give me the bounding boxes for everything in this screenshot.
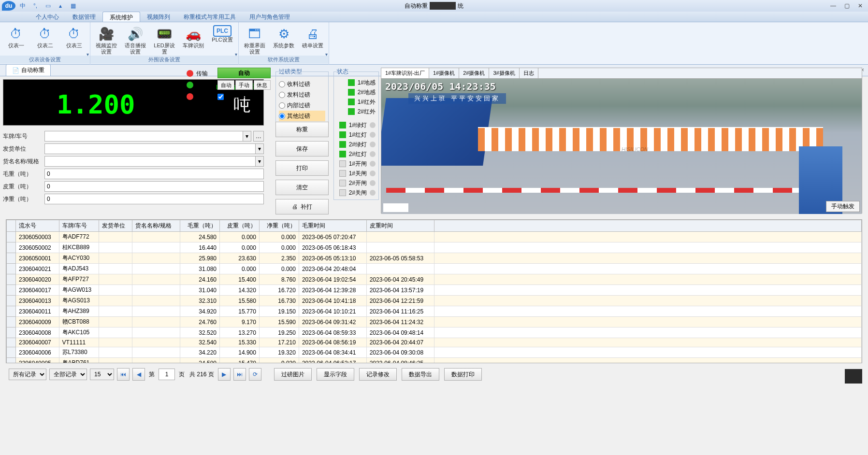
print-button[interactable]: 打印 <box>275 160 329 176</box>
camera-tab-1[interactable]: 1#摄像机 <box>429 68 459 78</box>
refresh-button[interactable]: ⟳ <box>249 368 261 381</box>
prev-page-button[interactable]: ◀ <box>132 368 145 381</box>
col-header-1[interactable]: 车牌/车号 <box>59 220 99 232</box>
toolbar-icon-2[interactable]: °, <box>30 1 41 11</box>
col-header-8[interactable]: 皮重时间 <box>366 220 434 232</box>
first-page-button[interactable]: ⏮ <box>117 368 130 381</box>
toolbar-icon-3[interactable]: ▭ <box>43 1 53 11</box>
table-row[interactable]: 2306040013粤AGS01332.31015.58016.7302023-… <box>7 296 862 306</box>
ribbon-item-2-0[interactable]: 🗔称重界面设置 <box>243 25 267 55</box>
auto-print-checkbox[interactable]: 自动打印 <box>217 93 271 101</box>
plate-input[interactable] <box>44 131 243 142</box>
col-header-2[interactable]: 发货单位 <box>99 220 132 232</box>
tare-input[interactable] <box>44 181 264 192</box>
shipper-input[interactable] <box>44 143 256 154</box>
wtype-option-3[interactable]: 其他过磅 <box>279 111 325 121</box>
col-header-3[interactable]: 货名名称/规格 <box>132 220 180 232</box>
ribbon-item-1-0[interactable]: 🎥视频监控设置 <box>94 25 118 55</box>
col-header-5[interactable]: 皮重（吨） <box>219 220 259 232</box>
filter1-select[interactable]: 所有记录 <box>9 369 46 380</box>
toolbar-icon-5[interactable]: ▦ <box>68 1 78 11</box>
plate-more[interactable]: … <box>253 131 264 142</box>
auto-mode-button[interactable]: 自动 <box>217 68 271 78</box>
close-button[interactable]: ✕ <box>855 2 865 9</box>
menu-tab-5[interactable]: 用户与角色管理 <box>243 12 297 22</box>
wtype-radio[interactable] <box>279 113 285 119</box>
shipper-dropdown[interactable]: ▾ <box>255 143 264 154</box>
ribbon-item-2-1[interactable]: ⚙系统参数 <box>272 25 296 49</box>
table-row[interactable]: 2306040008粤AKC10532.52013.27019.2502023-… <box>7 327 862 338</box>
toolbar-icon-1[interactable]: 中 <box>17 1 28 11</box>
wtype-radio[interactable] <box>279 92 285 98</box>
col-header-4[interactable]: 毛重（吨） <box>180 220 220 232</box>
menu-tab-1[interactable]: 数据管理 <box>66 12 102 22</box>
ribbon-item-2-2[interactable]: 🖨磅单设置 <box>301 25 325 49</box>
pager-btn-2[interactable]: 记录修改 <box>359 368 397 381</box>
page-input[interactable] <box>159 369 175 380</box>
menu-tab-3[interactable]: 视频阵列 <box>140 12 177 22</box>
gross-input[interactable] <box>44 169 264 179</box>
pager-btn-0[interactable]: 过磅图片 <box>274 368 312 381</box>
table-row[interactable]: 2306040020粤AFP72724.16015.4008.7602023-0… <box>7 274 862 285</box>
camera-tab-0[interactable]: 1#车牌识别-出厂 <box>381 68 429 78</box>
next-page-button[interactable]: ▶ <box>218 368 231 381</box>
wtype-radio[interactable] <box>279 81 285 87</box>
camera-tab-2[interactable]: 2#摄像机 <box>459 68 489 78</box>
last-page-button[interactable]: ⏭ <box>233 368 246 381</box>
table-row[interactable]: 2306050002桂KCB88916.4400.0000.0002023-06… <box>7 242 862 253</box>
toolbar-icon-4[interactable]: ▴ <box>55 1 66 11</box>
col-header-6[interactable]: 净重（吨） <box>259 220 299 232</box>
save-button[interactable]: 保存 <box>275 141 329 156</box>
ribbon-item-0-0[interactable]: ⏱仪表一 <box>4 25 28 49</box>
records-table[interactable]: 流水号车牌/车号发货单位货名名称/规格毛重（吨）皮重（吨）净重（吨）毛重时间皮重… <box>6 220 862 363</box>
pager-btn-1[interactable]: 显示字段 <box>317 368 354 381</box>
mode-sub-2[interactable]: 休息 <box>254 80 271 90</box>
ribbon-group-dropdown[interactable]: ▾ <box>325 52 328 57</box>
filter2-select[interactable]: 全部记录 <box>49 369 87 380</box>
auto-print-input[interactable] <box>217 94 224 100</box>
doctab-autoweigh[interactable]: 📄 自动称重 <box>6 64 51 76</box>
camera-tab-4[interactable]: 日志 <box>520 68 538 78</box>
wtype-option-0[interactable]: 收料过磅 <box>279 79 325 89</box>
manual-trigger-button[interactable]: 手动触发 <box>826 201 860 212</box>
table-row[interactable]: 2306050003粤ADF77224.5800.0000.0002023-06… <box>7 232 862 242</box>
menu-tab-4[interactable]: 称重模式与常用工具 <box>177 12 243 22</box>
minimize-button[interactable]: — <box>828 2 838 9</box>
table-row[interactable]: 2306040011粤AHZ38934.92015.77019.1502023-… <box>7 306 862 317</box>
ribbon-item-0-1[interactable]: ⏱仪表二 <box>33 25 57 49</box>
goods-input[interactable] <box>44 156 256 167</box>
ribbon-item-1-4[interactable]: PLCPLC设置 <box>210 25 234 43</box>
table-row[interactable]: 2306040009赣CBT08824.7609.17015.5902023-0… <box>7 317 862 327</box>
table-row[interactable]: 2306040017粤AGW01331.04014.32016.7202023-… <box>7 285 862 296</box>
ribbon-group-dropdown[interactable]: ▾ <box>235 52 237 57</box>
mode-sub-0[interactable]: 自动 <box>217 80 234 90</box>
weigh-button[interactable]: 称重 <box>275 122 329 137</box>
ribbon-item-1-3[interactable]: 🚗车牌识别 <box>181 25 205 49</box>
col-header-0[interactable]: 流水号 <box>16 220 59 232</box>
ribbon-item-0-2[interactable]: ⏱仪表三 <box>62 25 86 49</box>
menu-tab-2[interactable]: 系统维护 <box>102 12 140 22</box>
ribbon-group-dropdown[interactable]: ▾ <box>87 52 89 57</box>
plate-dropdown[interactable]: ▾ <box>243 131 251 142</box>
ribbon-item-1-2[interactable]: 📟LED屏设置 <box>152 25 176 55</box>
col-header-7[interactable]: 毛重时间 <box>299 220 366 232</box>
wtype-radio[interactable] <box>279 102 285 109</box>
table-row[interactable]: 2306050001粤ACY03025.98023.6302.3502023-0… <box>7 253 862 264</box>
wtype-option-1[interactable]: 发料过磅 <box>279 89 325 100</box>
pagesize-select[interactable]: 15 <box>90 369 114 380</box>
maximize-button[interactable]: ▢ <box>842 2 852 9</box>
net-input[interactable] <box>44 194 264 204</box>
reprint-button[interactable]: 🖨 补打 <box>275 199 329 214</box>
ribbon-item-1-1[interactable]: 🔊语音播报设置 <box>123 25 147 55</box>
table-row[interactable]: 2306040005粤ABD76124.50015.4709.0302023-0… <box>7 358 862 363</box>
pager-btn-4[interactable]: 数据打印 <box>444 368 482 381</box>
goods-dropdown[interactable]: ▾ <box>255 156 264 167</box>
wtype-option-2[interactable]: 内部过磅 <box>279 100 325 111</box>
camera-tab-3[interactable]: 3#摄像机 <box>489 68 519 78</box>
mode-sub-1[interactable]: 手动 <box>235 80 252 90</box>
pager-btn-3[interactable]: 数据导出 <box>402 368 439 381</box>
table-row[interactable]: 2306040007VT1111132.54015.33017.2102023-… <box>7 338 862 347</box>
clear-button[interactable]: 清空 <box>275 180 329 195</box>
menu-tab-0[interactable]: 个人中心 <box>29 12 66 22</box>
table-row[interactable]: 2306040021粤ADJ54331.0800.0000.0002023-06… <box>7 264 862 274</box>
